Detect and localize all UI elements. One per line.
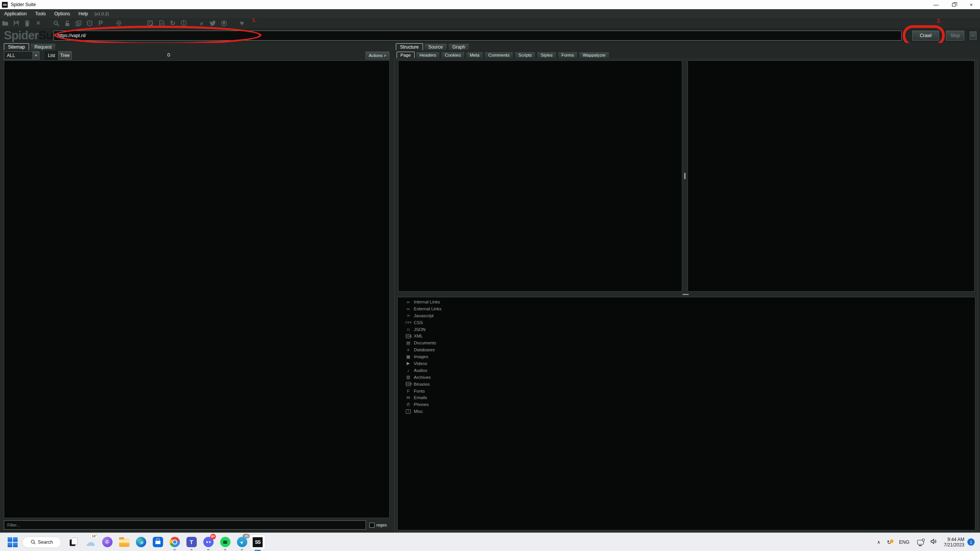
taskbar-teams[interactable]: T <box>183 533 200 551</box>
legend-item-databases[interactable]: ≡Databases <box>405 346 441 353</box>
more-options-button[interactable]: ... <box>970 31 977 40</box>
document-icon[interactable] <box>158 20 165 27</box>
tree-view-button[interactable]: Tree <box>58 51 72 60</box>
tab-request[interactable]: Request <box>30 43 56 50</box>
chevron-down-icon[interactable]: ▾ <box>33 52 39 59</box>
taskbar-task-view[interactable] <box>65 533 82 551</box>
legend-item-json[interactable]: {;}JSON <box>405 326 441 333</box>
legend-item-external-links[interactable]: ∞External Links <box>405 305 441 312</box>
refresh-icon[interactable]: ↻ <box>169 20 176 27</box>
structure-panel-right[interactable] <box>688 60 975 292</box>
taskbar-file-explorer[interactable] <box>116 533 132 551</box>
report-edit-icon[interactable] <box>147 20 154 27</box>
network-icon[interactable] <box>917 540 924 544</box>
proxy-p-icon[interactable]: P <box>97 20 104 27</box>
weather-badge: 18° <box>90 534 98 538</box>
unlock-icon[interactable] <box>64 20 71 27</box>
legend-item-misc[interactable]: ?Misc <box>405 408 441 415</box>
legend-item-archives[interactable]: ▥Archives <box>405 374 441 381</box>
vertical-splitter[interactable] <box>684 173 686 179</box>
notification-badge[interactable]: 1 <box>967 538 975 546</box>
search-icon[interactable] <box>53 20 60 27</box>
close-button[interactable]: × <box>962 0 980 9</box>
settings-gear-icon[interactable] <box>115 20 122 27</box>
phones-icon: ✆ <box>405 402 412 407</box>
legend-item-binaries[interactable]: HEXBinaries <box>405 381 441 388</box>
taskbar-store[interactable] <box>149 533 166 551</box>
stop-button[interactable]: Stop <box>946 31 964 41</box>
legend-item-phones[interactable]: ✆Phones <box>405 401 441 408</box>
taskbar-discord[interactable]: 9+ <box>200 533 217 551</box>
delete-trash-icon[interactable] <box>24 20 31 27</box>
subtab-cookies[interactable]: Cookies <box>441 52 465 58</box>
subtab-wappalyzer[interactable]: Wappalyzer <box>579 52 609 58</box>
subtab-scripts[interactable]: Scripts <box>514 52 536 58</box>
menu-tools[interactable]: Tools <box>31 9 50 18</box>
tab-source[interactable]: Source <box>424 43 447 50</box>
subtab-meta[interactable]: Meta <box>466 52 483 58</box>
crawl-button[interactable]: Crawl <box>912 31 939 41</box>
taskbar-weather[interactable]: ☁18° <box>82 533 99 551</box>
shield-icon[interactable] <box>86 20 93 27</box>
speaker-icon[interactable] <box>931 539 937 546</box>
tab-sitemap[interactable]: Sitemap <box>4 43 29 50</box>
legend-item-documents[interactable]: ▤Documents <box>405 339 441 346</box>
legend-item-emails[interactable]: ✉Emails <box>405 394 441 401</box>
github-icon[interactable] <box>220 20 227 27</box>
javascript-icon: Js <box>405 314 412 317</box>
taskbar-spidersuite[interactable]: SS <box>250 535 265 549</box>
filter-type-dropdown[interactable]: ALL ▾ <box>4 51 39 60</box>
tab-graph[interactable]: Graph <box>448 43 469 50</box>
menu-application[interactable]: Application <box>0 9 31 18</box>
subtab-headers[interactable]: Headers <box>416 52 440 58</box>
toolbar: × P ↻ ⓘ e ♥ <box>0 18 980 28</box>
close-x-icon[interactable]: × <box>35 20 42 27</box>
tray-chevron-icon[interactable]: ∧ <box>874 540 884 545</box>
open-folder-icon[interactable] <box>2 20 8 27</box>
copy-icon[interactable] <box>75 20 82 27</box>
legend-item-audios[interactable]: ♪Audios <box>405 367 441 374</box>
legend-item-internal-links[interactable]: ∞Internal Links <box>405 298 441 305</box>
structure-panel-left[interactable] <box>398 60 682 292</box>
filter-input[interactable] <box>4 520 366 530</box>
sitemap-list-panel[interactable] <box>4 60 390 518</box>
twitter-icon[interactable] <box>209 20 216 27</box>
taskbar-spotify[interactable]: ≋ <box>217 533 234 551</box>
info-icon[interactable]: ⓘ <box>180 20 187 27</box>
subtab-page[interactable]: Page <box>397 52 415 58</box>
list-view-button[interactable]: List <box>45 51 58 60</box>
legend-item-fonts[interactable]: FFonts <box>405 388 441 395</box>
taskbar-chrome[interactable] <box>166 533 183 551</box>
legend-item-videos[interactable]: ▶Videos <box>405 360 441 367</box>
horizontal-splitter[interactable] <box>683 294 689 295</box>
start-button[interactable] <box>8 537 18 547</box>
taskbar-edge[interactable] <box>132 533 149 551</box>
url-input[interactable] <box>54 31 902 41</box>
legend-item-xml[interactable]: XMLXML <box>405 333 441 339</box>
running-indicator <box>207 549 209 550</box>
legend-item-images[interactable]: ▦Images <box>405 353 441 360</box>
subtab-styles[interactable]: Styles <box>537 52 556 58</box>
update-sync-icon[interactable]: ↻ <box>884 539 895 545</box>
menu-help[interactable]: Help <box>74 9 92 18</box>
minimize-button[interactable]: — <box>927 0 945 9</box>
restore-button[interactable] <box>945 0 962 9</box>
taskbar-search[interactable]: Search <box>22 536 61 548</box>
legend-item-javascript[interactable]: JsJavascript <box>405 312 441 319</box>
save-icon[interactable] <box>13 20 20 27</box>
menu-options[interactable]: Options <box>50 9 74 18</box>
donate-heart-icon[interactable]: ♥ <box>238 20 245 27</box>
active-app-indicator <box>255 550 261 551</box>
regex-checkbox[interactable] <box>369 523 374 528</box>
internet-explorer-icon[interactable]: e <box>198 20 205 27</box>
subtab-comments[interactable]: Comments <box>484 52 513 58</box>
taskbar-telegram[interactable]: ➤.85 <box>234 533 250 551</box>
tab-structure[interactable]: Structure <box>396 43 423 50</box>
taskbar-clipchamp[interactable]: ✇ <box>99 533 116 551</box>
language-indicator[interactable]: ENG <box>895 540 914 545</box>
legend-item-css[interactable]: CSSCSS <box>405 319 441 326</box>
clock[interactable]: 9:44 AM 7/21/2023 <box>944 537 964 548</box>
legend-label: Archives <box>414 375 431 380</box>
subtab-forms[interactable]: Forms <box>558 52 578 58</box>
actions-button[interactable]: Actions > <box>366 52 389 59</box>
